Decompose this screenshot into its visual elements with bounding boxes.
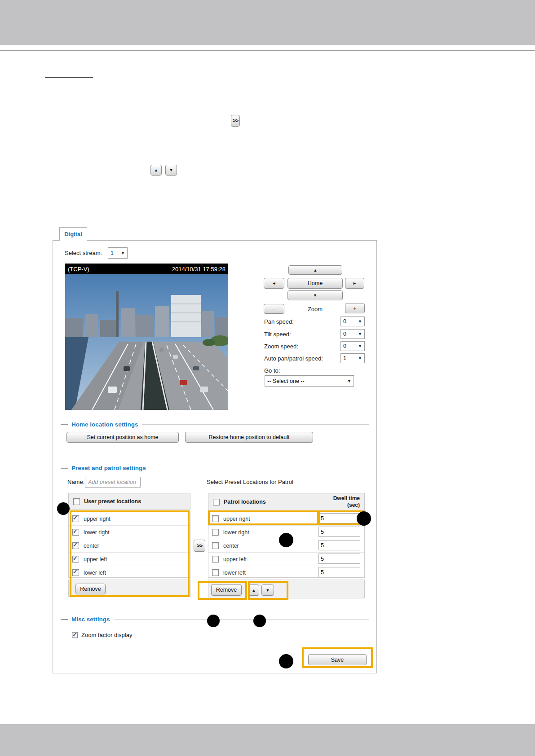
patrol-checkbox[interactable]	[212, 515, 219, 522]
section-dash	[61, 468, 68, 469]
top-gray-bar	[0, 0, 535, 45]
inline-up-button[interactable]: ▲	[150, 165, 162, 176]
patrol-checkbox[interactable]	[212, 556, 219, 563]
preset-checkbox[interactable]	[72, 515, 79, 522]
preset-label: center	[84, 543, 99, 549]
zoom-in-button[interactable]: +	[345, 303, 365, 313]
dwell-time-line2: (sec)	[347, 502, 360, 508]
patrol-label: upper right	[223, 516, 250, 522]
preset-label: upper left	[84, 556, 107, 563]
pan-speed-value: 0	[343, 318, 346, 325]
list-item: upper left	[69, 553, 190, 566]
dwell-time-line1: Dwell time	[333, 495, 360, 501]
patrol-label: upper left	[223, 556, 247, 563]
manual-page: >> ▲ ▼ Digital Select stream: 1 ▼ (TCP-V…	[0, 0, 535, 756]
patrol-checkbox[interactable]	[212, 542, 219, 549]
patrol-locations-header: Patrol locations Dwell time (sec)	[208, 493, 365, 511]
inline-down-button[interactable]: ▼	[165, 165, 177, 176]
add-to-patrol-button[interactable]: >>	[194, 540, 205, 552]
auto-pan-patrol-speed-select[interactable]: 1▼	[340, 353, 365, 363]
save-button[interactable]: Save	[308, 654, 367, 665]
section-rule	[142, 424, 369, 425]
preset-patrol-section-header: Preset and patrol settings	[61, 465, 369, 471]
user-presets-header-checkbox[interactable]	[73, 498, 80, 505]
callout-circle-user-presets	[57, 502, 70, 515]
ptz-down-button[interactable]: ▼	[287, 290, 343, 300]
preset-checkbox[interactable]	[72, 529, 79, 536]
patrol-checkbox[interactable]	[212, 569, 219, 576]
callout-circle-patrol-list	[279, 533, 293, 547]
tilt-speed-label: Tilt speed:	[264, 331, 291, 338]
table-row: lower left	[208, 566, 364, 579]
video-source-label: (TCP-V)	[68, 266, 89, 273]
home-location-title: Home location settings	[71, 421, 138, 428]
goto-select[interactable]: -- Select one -- ▼	[265, 375, 354, 387]
ptz-home-button[interactable]: Home	[287, 278, 343, 289]
callout-circle-dwell-time	[357, 511, 371, 526]
section-rule	[114, 619, 369, 620]
preset-label: lower left	[84, 570, 106, 576]
ptz-right-button[interactable]: ►	[345, 278, 364, 289]
chevron-down-icon: ▼	[358, 319, 362, 324]
patrol-header-checkbox[interactable]	[213, 499, 220, 505]
dwell-time-input[interactable]	[318, 513, 360, 523]
zoom-out-button[interactable]: -	[264, 304, 284, 314]
stream-select-value: 1	[111, 250, 114, 256]
select-preset-for-patrol-label: Select Preset Locations for Patrol	[207, 479, 293, 485]
stream-select[interactable]: 1 ▼	[108, 247, 128, 259]
chevron-down-icon: ▼	[347, 379, 351, 383]
zoom-speed-select[interactable]: 0▼	[340, 341, 365, 351]
dwell-time-input[interactable]	[318, 554, 360, 564]
list-item: lower left	[69, 566, 190, 579]
list-item: upper right	[69, 512, 190, 526]
patrol-label: lower left	[223, 570, 246, 576]
table-row: upper left	[208, 553, 364, 566]
goto-select-value: -- Select one --	[267, 378, 305, 384]
preset-label: upper right	[84, 516, 111, 522]
preset-name-label: Name:	[67, 479, 84, 485]
pan-speed-label: Pan speed:	[264, 318, 294, 325]
goto-label: Go to:	[264, 367, 280, 374]
user-presets-list: upper right lower right center upper lef…	[68, 512, 190, 578]
patrol-move-down-button[interactable]: ▼	[261, 585, 274, 596]
restore-home-position-button[interactable]: Restore home position to default	[185, 432, 313, 443]
user-presets-remove-button[interactable]: Remove	[75, 584, 106, 594]
ptz-up-button[interactable]: ▲	[288, 265, 342, 275]
tab-digital[interactable]: Digital	[59, 227, 87, 241]
section-underline	[45, 77, 93, 78]
zoom-speed-value: 0	[343, 343, 346, 349]
patrol-checkbox[interactable]	[212, 529, 219, 536]
auto-pan-patrol-speed-label: Auto pan/patrol speed:	[264, 355, 323, 362]
select-stream-label: Select stream:	[65, 250, 102, 256]
preset-name-input[interactable]	[85, 477, 141, 488]
dwell-time-input[interactable]	[318, 527, 360, 537]
dwell-time-input[interactable]	[318, 540, 360, 550]
pan-speed-select[interactable]: 0▼	[340, 316, 365, 326]
zoom-speed-label: Zoom speed:	[264, 343, 298, 350]
callout-circle-remove	[207, 615, 220, 627]
preset-checkbox[interactable]	[72, 556, 79, 563]
zoom-factor-checkbox[interactable]	[72, 632, 78, 638]
list-item: center	[69, 539, 190, 553]
chevron-down-icon: ▼	[358, 356, 362, 360]
preset-checkbox[interactable]	[72, 542, 79, 549]
table-row: upper right	[208, 512, 364, 526]
video-osd-bar: (TCP-V) 2014/10/31 17:59:28	[65, 264, 228, 274]
chevron-down-icon: ▼	[121, 251, 125, 255]
misc-settings-title: Misc settings	[71, 616, 110, 623]
ptz-left-button[interactable]: ◄	[264, 278, 284, 289]
list-item: lower right	[69, 526, 190, 539]
set-current-position-home-button[interactable]: Set current position as home	[66, 432, 179, 443]
video-frame-image	[65, 274, 228, 410]
dwell-time-input[interactable]	[318, 567, 360, 577]
callout-circle-move	[253, 615, 266, 627]
tilt-speed-value: 0	[343, 331, 346, 337]
zoom-label: Zoom	[287, 306, 343, 312]
patrol-move-up-button[interactable]: ▲	[248, 585, 259, 596]
patrol-remove-button[interactable]: Remove	[211, 584, 242, 596]
section-rule	[150, 468, 369, 468]
tilt-speed-select[interactable]: 0▼	[340, 329, 365, 339]
preset-label: lower right	[84, 529, 110, 536]
inline-expand-button[interactable]: >>	[231, 115, 240, 127]
preset-checkbox[interactable]	[72, 569, 79, 576]
